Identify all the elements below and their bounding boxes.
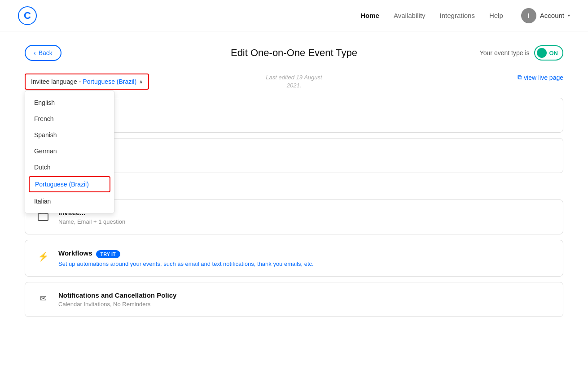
page-content: ‹ Back Edit One-on-One Event Type Your e… [7,31,581,336]
notifications-content: Notifications and Cancellation Policy Ca… [58,291,552,308]
logo[interactable]: C [18,6,37,25]
toggle-circle [537,48,547,58]
language-option-dutch[interactable]: Dutch [25,159,114,175]
account-section[interactable]: I Account ▾ [521,8,570,23]
back-button[interactable]: ‹ Back [25,45,61,61]
account-label: Account [540,12,564,19]
notifications-subtitle: Calendar Invitations, No Reminders [58,301,552,308]
last-edited: Last edited 19 August 2021. [266,74,322,90]
page-title: Edit One-on-One Event Type [231,47,357,59]
what-event-content: What e Mentori... ation given [58,107,552,123]
view-live-label: view live page [524,74,563,81]
language-chevron-icon: ∧ [139,79,143,85]
invitee-questions-subtitle: Name, Email + 1 question [58,218,552,225]
bolt-icon: ⚡ [38,251,49,262]
nav-integrations[interactable]: Integrations [440,12,475,19]
nav-help[interactable]: Help [489,12,503,19]
what-event-title: What e [58,107,552,115]
avatar: I [521,8,536,23]
language-option-german[interactable]: German [25,143,114,159]
notifications-card[interactable]: ✉ Notifications and Cancellation Policy … [25,282,563,317]
last-edited-line1: Last edited 19 August [266,74,322,82]
header: C Home Availability Integrations Help I … [0,0,588,31]
language-option-spanish[interactable]: Spanish [25,127,114,143]
event-toggle-section: Your event type is ON [480,45,563,61]
when-event-subtitle: 30 min, ... s [58,157,552,164]
notifications-icon: ✉ [36,291,50,306]
workflows-subtitle: Set up automations around your events, s… [58,260,552,267]
sub-header: ‹ Back Edit One-on-One Event Type Your e… [25,45,563,61]
nav-home[interactable]: Home [360,12,379,19]
language-option-english[interactable]: English [25,95,114,111]
event-type-toggle[interactable]: ON [534,45,564,61]
workflows-content: Workflows TRY IT Set up automations arou… [58,249,552,267]
language-selector-wrapper: Invitee language - Portuguese (Brazil) ∧… [25,74,149,90]
language-row: Invitee language - Portuguese (Brazil) ∧… [25,74,563,90]
language-option-french[interactable]: French [25,111,114,127]
nav-availability[interactable]: Availability [394,12,426,19]
external-link-icon: ⧉ [518,74,522,81]
last-edited-line2: 2021. [266,82,322,90]
language-option-italian[interactable]: Italian [25,193,114,209]
notifications-title: Notifications and Cancellation Policy [58,291,552,299]
account-chevron-icon: ▾ [568,13,570,18]
main-nav: Home Availability Integrations Help [360,12,503,19]
language-option-portuguese-brazil[interactable]: Portuguese (Brazil) [29,176,110,192]
when-event-content: When c... event? 30 min, ... s [58,147,552,164]
when-event-title: When c... event? [58,147,552,155]
back-label: Back [39,49,53,56]
event-status-prefix: Your event type is [480,49,530,56]
workflows-icon: ⚡ [36,249,50,264]
language-selector[interactable]: Invitee language - Portuguese (Brazil) ∧ [25,74,149,90]
toggle-label: ON [549,50,558,56]
view-live-link[interactable]: ⧉ view live page [518,74,563,81]
what-event-subtitle: Mentori... ation given [58,117,552,123]
try-it-badge[interactable]: TRY IT [96,250,120,258]
language-dropdown: English French Spanish German Dutch Port… [25,91,114,213]
workflows-card[interactable]: ⚡ Workflows TRY IT Set up automations ar… [25,240,563,277]
back-chevron-icon: ‹ [34,49,36,56]
language-label: Invitee language - [31,78,81,85]
language-selected-value: Portuguese (Brazil) [83,78,136,85]
workflows-title: Workflows [58,249,92,257]
invitee-questions-title: Invitee... [58,209,552,217]
svg-rect-0 [38,213,48,221]
envelope-icon: ✉ [40,294,47,303]
invitee-questions-content: Invitee... Name, Email + 1 question [58,209,552,225]
workflows-title-row: Workflows TRY IT [58,249,552,259]
